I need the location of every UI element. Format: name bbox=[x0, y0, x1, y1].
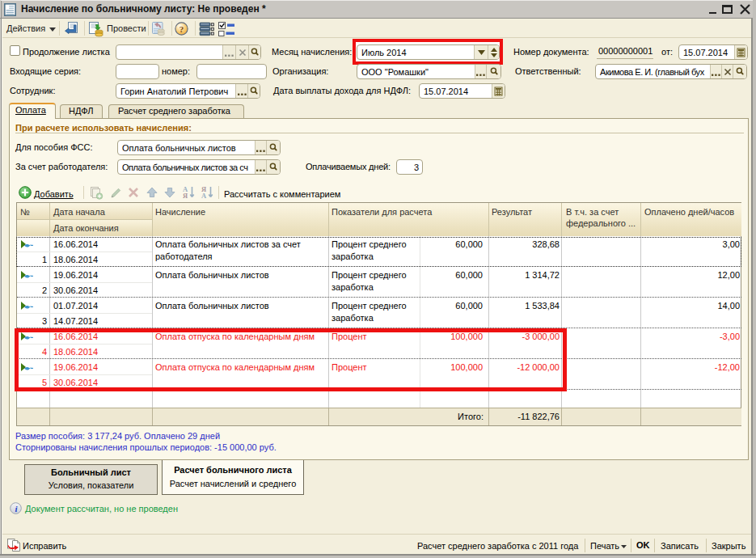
svg-text:Я: Я bbox=[183, 192, 188, 199]
svg-text:?: ? bbox=[179, 24, 184, 34]
svg-text:А: А bbox=[201, 192, 207, 199]
